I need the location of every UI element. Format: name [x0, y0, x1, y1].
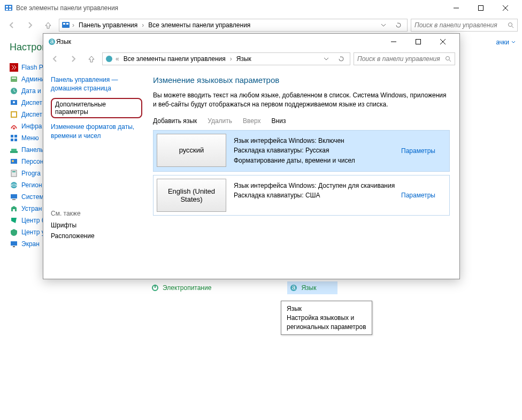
crumb-0[interactable]: Панель управления	[76, 20, 140, 30]
svg-rect-15	[11, 77, 17, 82]
fonts-link[interactable]: Шрифты	[51, 222, 142, 229]
svg-rect-38	[13, 246, 15, 247]
chevron-down-icon[interactable]	[320, 52, 333, 65]
up-button[interactable]	[41, 18, 56, 33]
svg-rect-9	[62, 22, 70, 28]
svg-point-33	[11, 182, 17, 188]
remove-action[interactable]: Удалить	[208, 117, 232, 125]
svg-rect-3	[6, 9, 8, 10]
address-dropdown-icon[interactable]	[377, 19, 390, 32]
refresh-icon[interactable]	[335, 52, 348, 65]
minimize-button[interactable]	[444, 0, 469, 16]
language-icon	[105, 55, 113, 63]
svg-rect-46	[416, 40, 421, 44]
back-navrow: › Панель управления › Все элементы панел…	[0, 16, 522, 34]
svg-text:a: a	[50, 37, 54, 45]
dialog-description: Вы можете вводить текст на любом языке, …	[153, 91, 450, 110]
formats-link[interactable]: Изменение форматов даты, времени и чисел	[51, 123, 142, 140]
language-icon: a	[48, 37, 56, 46]
forward-button[interactable]	[22, 18, 37, 33]
language-dialog: a Язык « Все элементы панели управления …	[43, 33, 460, 279]
svg-point-49	[106, 56, 112, 62]
svg-rect-11	[66, 23, 68, 25]
language-card[interactable]: русскийЯзык интерфейса Windows: ВключенР…	[153, 130, 450, 172]
address-bar[interactable]: › Панель управления › Все элементы панел…	[59, 19, 408, 32]
right-cutoff-link[interactable]: ачки	[496, 39, 516, 46]
language-card[interactable]: English (United States)Язык интерфейса W…	[153, 175, 450, 216]
svg-rect-32	[12, 171, 16, 172]
tooltip: Язык Настройка языковых и региональных п…	[281, 301, 372, 335]
dialog-search-input[interactable]	[357, 55, 445, 63]
language-info: Язык интерфейса Windows: Доступен для ск…	[229, 175, 401, 215]
svg-line-13	[512, 26, 513, 28]
language-icon: a	[289, 284, 298, 292]
dialog-heading: Изменение языковых параметров	[153, 75, 450, 85]
svg-rect-37	[11, 241, 17, 246]
dialog-titlebar: a Язык	[43, 34, 459, 50]
search-icon[interactable]	[508, 22, 514, 28]
svg-rect-29	[11, 159, 17, 164]
svg-line-51	[449, 60, 451, 62]
dialog-nav: « Все элементы панели управления › Язык	[43, 50, 459, 68]
dialog-back-button[interactable]	[48, 51, 63, 66]
svg-rect-23	[11, 135, 13, 138]
control-panel-icon	[62, 21, 70, 29]
svg-point-22	[13, 127, 15, 129]
back-titlebar: Все элементы панели управления	[0, 0, 522, 16]
language-name-button[interactable]: English (United States)	[157, 179, 226, 212]
svg-text:a: a	[292, 284, 296, 291]
dialog-minimize-button[interactable]	[381, 34, 406, 50]
dialog-address-bar[interactable]: « Все элементы панели управления › Язык	[102, 52, 350, 65]
close-button[interactable]	[493, 0, 518, 16]
dialog-close-button[interactable]	[431, 34, 455, 50]
language-info: Язык интерфейса Windows: ВключенРаскладк…	[229, 131, 401, 171]
svg-rect-24	[14, 135, 17, 138]
svg-rect-25	[11, 139, 13, 141]
svg-point-12	[509, 23, 512, 27]
svg-rect-31	[11, 170, 17, 177]
language-params-link[interactable]: Параметры	[401, 131, 449, 171]
svg-rect-27	[10, 151, 18, 153]
dialog-up-button[interactable]	[84, 51, 99, 66]
svg-rect-2	[9, 6, 11, 7]
svg-rect-10	[63, 23, 65, 25]
control-panel-icon	[4, 4, 13, 12]
svg-point-30	[12, 160, 14, 162]
home-link[interactable]: Панель управления — домашняя страница	[51, 75, 142, 93]
svg-point-19	[13, 101, 15, 103]
advanced-params-link[interactable]: Дополнительные параметры	[51, 98, 142, 118]
svg-rect-21	[12, 112, 16, 117]
maximize-button[interactable]	[469, 0, 493, 16]
dialog-search-box[interactable]	[354, 52, 455, 65]
back-button[interactable]	[4, 18, 19, 33]
location-link[interactable]: Расположение	[51, 232, 142, 240]
add-language-action[interactable]: Добавить язык	[153, 117, 197, 125]
dialog-maximize-button[interactable]	[406, 34, 431, 50]
power-link[interactable]: Электропитание	[150, 281, 212, 294]
svg-point-50	[446, 57, 450, 60]
move-up-action[interactable]: Вверх	[243, 117, 260, 125]
refresh-icon[interactable]	[392, 19, 405, 32]
back-window-title: Все элементы панели управления	[16, 4, 118, 12]
dialog-sidebar: Панель управления — домашняя страница До…	[43, 68, 148, 279]
language-params-link[interactable]: Параметры	[401, 175, 449, 215]
dialog-main: Изменение языковых параметров Вы можете …	[148, 68, 459, 279]
search-box[interactable]	[411, 19, 518, 32]
svg-rect-16	[12, 78, 16, 79]
svg-rect-6	[479, 6, 483, 11]
svg-rect-36	[13, 209, 15, 211]
svg-rect-35	[12, 199, 16, 200]
search-icon[interactable]	[445, 56, 451, 62]
see-also-label: См. также	[51, 210, 142, 217]
move-down-action[interactable]: Вниз	[272, 117, 286, 125]
dialog-title: Язык	[56, 38, 71, 45]
language-name-button[interactable]: русский	[157, 134, 226, 167]
svg-rect-1	[6, 6, 8, 7]
search-input[interactable]	[414, 21, 508, 29]
power-icon	[151, 284, 159, 292]
crumb-1[interactable]: Все элементы панели управления	[146, 20, 252, 30]
language-link[interactable]: aЯзык	[287, 281, 337, 294]
svg-rect-4	[9, 9, 11, 10]
dialog-forward-button[interactable]	[66, 51, 81, 66]
svg-rect-34	[11, 194, 17, 198]
